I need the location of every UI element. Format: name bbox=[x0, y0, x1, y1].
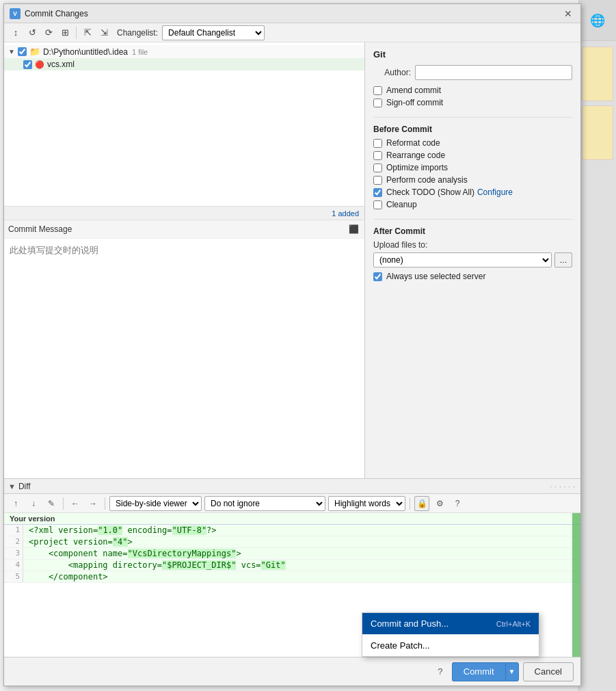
tree-file-item[interactable]: 🔴 vcs.xml bbox=[4, 58, 364, 70]
diff-settings-button[interactable]: ⚙ bbox=[432, 496, 447, 511]
diff-up-button[interactable]: ↑ bbox=[8, 496, 23, 511]
cancel-button[interactable]: Cancel bbox=[523, 662, 574, 681]
perform-analysis-checkbox[interactable] bbox=[373, 176, 382, 185]
ad-box-1 bbox=[582, 47, 613, 101]
diff-section-title: Diff bbox=[18, 482, 31, 491]
diff-toolbar: ↑ ↓ ✎ ← → Side-by-side viewerUnified vie… bbox=[4, 494, 580, 513]
commit-message-section: Commit Message ⬛ bbox=[4, 220, 364, 478]
toolbar: ↕ ↺ ⟳ ⊞ ⇱ ⇲ Changelist: Default Changeli… bbox=[4, 23, 580, 42]
commit-arrow-button[interactable]: ▼ bbox=[505, 662, 519, 681]
context-menu-commit-push-shortcut: Ctrl+Alt+K bbox=[496, 620, 531, 628]
diff-help-button[interactable]: ? bbox=[450, 496, 465, 511]
diff-header: ▼ Diff · · · · · · bbox=[4, 479, 580, 494]
cleanup-row: Cleanup bbox=[373, 200, 572, 209]
upload-browse-button[interactable]: … bbox=[554, 252, 572, 268]
main-content: ▼ 📁 D:\Python\untitled\.idea 1 file 🔴 vc… bbox=[4, 42, 580, 478]
diff-highlight-select[interactable]: Highlight wordsHighlight linesNo highlig… bbox=[328, 496, 405, 511]
commit-changes-dialog: V Commit Changes ✕ ↕ ↺ ⟳ ⊞ ⇱ ⇲ Changelis… bbox=[3, 3, 581, 686]
check-todo-checkbox[interactable] bbox=[373, 188, 382, 197]
refresh-button[interactable]: ↺ bbox=[25, 25, 40, 40]
commit-message-input[interactable] bbox=[4, 239, 364, 478]
cleanup-checkbox[interactable] bbox=[373, 200, 382, 209]
diff-collapse-arrow[interactable]: ▼ bbox=[8, 482, 16, 491]
diff-lock-button[interactable]: 🔒 bbox=[414, 496, 429, 511]
folder-checkbox[interactable] bbox=[18, 47, 27, 56]
changelist-label: Changelist: bbox=[117, 28, 158, 38]
diff-line-4: 4 <mapping directory="$PROJECT_DIR$" vcs… bbox=[4, 560, 580, 571]
upload-server-select[interactable]: (none) bbox=[373, 252, 552, 268]
line-content-1: <?xml version="1.0" encoding="UTF-8"?> bbox=[23, 525, 580, 536]
rearrange-code-label: Rearrange code bbox=[386, 151, 445, 160]
context-menu-item-commit-push[interactable]: Commit and Push... Ctrl+Alt+K bbox=[362, 613, 539, 634]
browser-sidebar: 🌐 bbox=[578, 0, 616, 691]
always-use-server-checkbox[interactable] bbox=[373, 272, 382, 281]
author-input[interactable] bbox=[415, 65, 572, 80]
configure-link[interactable]: Configure bbox=[477, 187, 513, 197]
diff-ignore-select[interactable]: Do not ignoreIgnore whitespacesIgnore wh… bbox=[204, 496, 325, 511]
right-panel: Git Author: Amend commit Sign-off commit… bbox=[365, 42, 580, 478]
diff-lines: 1 <?xml version="1.0" encoding="UTF-8"?>… bbox=[4, 525, 580, 583]
git-section-title: Git bbox=[373, 49, 572, 60]
collapse-button[interactable]: ⇲ bbox=[96, 25, 111, 40]
section-divider-2 bbox=[373, 219, 572, 220]
line-content-2: <project version="4"> bbox=[23, 536, 580, 547]
check-todo-label: Check TODO (Show All) bbox=[386, 187, 474, 197]
diff-next-button[interactable]: → bbox=[85, 496, 101, 511]
commit-button[interactable]: Commit bbox=[452, 662, 505, 681]
folder-file-count: 1 file bbox=[132, 48, 148, 56]
optimize-imports-checkbox[interactable] bbox=[373, 164, 382, 172]
before-commit-title: Before Commit bbox=[373, 125, 572, 134]
diff-green-bar bbox=[572, 513, 580, 657]
folder-icon: 📁 bbox=[29, 47, 40, 57]
ads-area bbox=[579, 41, 616, 170]
check-todo-row: Check TODO (Show All) Configure bbox=[373, 187, 572, 197]
amend-commit-label: Amend commit bbox=[386, 86, 441, 95]
expand-button[interactable]: ⇱ bbox=[80, 25, 95, 40]
reformat-code-checkbox[interactable] bbox=[373, 139, 382, 148]
move-up-button[interactable]: ↕ bbox=[8, 25, 23, 40]
upload-row: (none) … bbox=[373, 252, 572, 268]
status-bar: 1 added bbox=[4, 207, 364, 220]
context-menu-item-create-patch[interactable]: Create Patch... bbox=[362, 635, 539, 656]
sign-off-checkbox[interactable] bbox=[373, 99, 382, 107]
help-button[interactable]: ? bbox=[433, 664, 448, 679]
always-use-server-row: Always use selected server bbox=[373, 272, 572, 281]
commit-message-expand-button[interactable]: ⬛ bbox=[347, 222, 360, 236]
commit-split-button: Commit ▼ bbox=[452, 662, 519, 681]
diff-viewer-select[interactable]: Side-by-side viewerUnified viewer bbox=[109, 496, 202, 511]
diff-toolbar-sep-3 bbox=[410, 497, 410, 510]
file-name-label: vcs.xml bbox=[47, 60, 75, 69]
close-button[interactable]: ✕ bbox=[561, 7, 575, 21]
diff-toolbar-sep-2 bbox=[105, 497, 105, 510]
author-field-row: Author: bbox=[373, 65, 572, 80]
toolbar-separator-1 bbox=[76, 27, 77, 39]
group-button[interactable]: ⊞ bbox=[57, 25, 72, 40]
amend-commit-checkbox[interactable] bbox=[373, 86, 382, 95]
sync-button[interactable]: ⟳ bbox=[41, 25, 56, 40]
line-number-1: 1 bbox=[4, 525, 23, 536]
ad-box-2 bbox=[582, 105, 613, 160]
line-number-3: 3 bbox=[4, 548, 23, 559]
rearrange-code-checkbox[interactable] bbox=[373, 151, 382, 160]
context-menu: Commit and Push... Ctrl+Alt+K Create Pat… bbox=[362, 612, 539, 657]
diff-separator-dots: · · · · · · bbox=[550, 482, 575, 491]
reformat-code-label: Reformat code bbox=[386, 138, 440, 148]
changelist-dropdown[interactable]: Default Changelist bbox=[162, 25, 265, 40]
tree-folder-item[interactable]: ▼ 📁 D:\Python\untitled\.idea 1 file bbox=[4, 45, 364, 58]
amend-commit-row: Amend commit bbox=[373, 86, 572, 95]
optimize-imports-label: Optimize imports bbox=[386, 163, 448, 172]
section-divider-1 bbox=[373, 117, 572, 118]
diff-down-button[interactable]: ↓ bbox=[26, 496, 41, 511]
diff-edit-button[interactable]: ✎ bbox=[44, 496, 59, 511]
file-tree: ▼ 📁 D:\Python\untitled\.idea 1 file 🔴 vc… bbox=[4, 42, 364, 207]
tree-expand-arrow: ▼ bbox=[8, 48, 15, 55]
context-menu-commit-push-label: Commit and Push... bbox=[371, 618, 448, 629]
file-checkbox[interactable] bbox=[23, 60, 32, 69]
browser-logo-icon: 🌐 bbox=[590, 13, 605, 28]
author-label: Author: bbox=[373, 68, 411, 77]
sign-off-label: Sign-off commit bbox=[386, 98, 443, 107]
diff-prev-button[interactable]: ← bbox=[68, 496, 83, 511]
folder-path-label: D:\Python\untitled\.idea bbox=[43, 47, 128, 57]
dialog-title: Commit Changes bbox=[25, 9, 561, 18]
perform-analysis-row: Perform code analysis bbox=[373, 175, 572, 185]
